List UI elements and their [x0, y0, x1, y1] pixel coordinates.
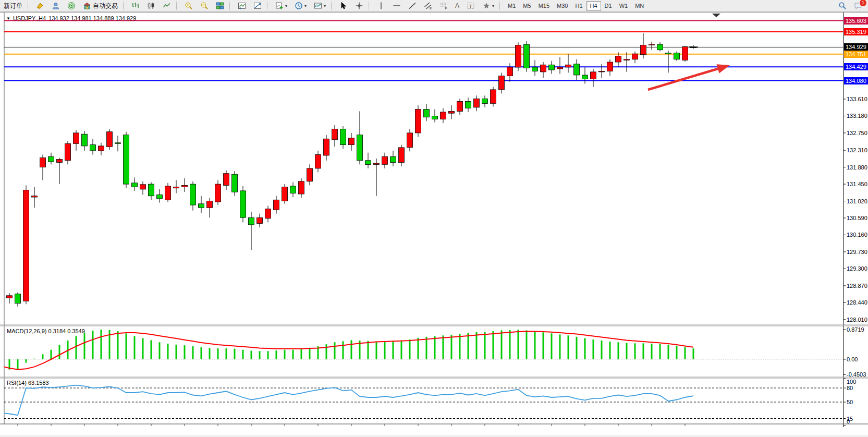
price-tick-label: 133.610	[847, 96, 867, 102]
modify-order-button[interactable]	[33, 1, 47, 11]
indicator-window-icon	[238, 2, 246, 10]
shapes-icon	[482, 2, 491, 10]
macd-axis-label: -0.4503	[847, 371, 866, 378]
search-button[interactable]	[835, 1, 850, 11]
timeframe-button-group: M1M5M15M30H1H4D1W1MN	[504, 1, 647, 11]
fibonacci-icon: F	[439, 2, 448, 10]
timeframe-button-d1[interactable]: D1	[601, 1, 616, 11]
rsi-axis-label: 100	[847, 379, 856, 385]
zoom-out-button[interactable]	[197, 1, 212, 11]
fibonacci-tool-button[interactable]: F	[436, 1, 451, 11]
chart-menu-caret-icon[interactable]: ▼	[6, 16, 10, 21]
tile-windows-button[interactable]	[213, 1, 227, 11]
price-tick-label: 130.160	[847, 232, 867, 238]
chart-title-row: ▼ USDJPY-,H4 134.932 134.981 134.889 134…	[6, 15, 136, 21]
template-button[interactable]: ▾	[311, 1, 329, 11]
timeframe-button-m1[interactable]: M1	[504, 1, 519, 11]
label-icon: T	[467, 2, 475, 10]
notification-badge: 1	[859, 0, 867, 7]
macd-axis-label: 0.00	[847, 356, 858, 362]
new-order-button[interactable]: 新订单	[1, 1, 26, 11]
candle	[124, 132, 129, 188]
chart-window[interactable]: ▼ USDJPY-,H4 134.932 134.981 134.889 134…	[0, 12, 868, 435]
toolbar-separator	[28, 2, 31, 10]
modify-order-icon	[36, 2, 44, 10]
period-clock-button[interactable]: ▾	[291, 1, 310, 11]
timeframe-button-m5[interactable]: M5	[519, 1, 534, 11]
toolbar-separator	[499, 2, 503, 10]
candle	[240, 186, 246, 222]
toolbar-separator	[331, 2, 334, 10]
rsi-axis-label: 0	[847, 418, 850, 424]
toolbar-separator	[176, 2, 179, 10]
price-level-label: 134.429	[844, 63, 868, 70]
candle-chart-button[interactable]	[144, 1, 158, 11]
tile-windows-icon	[216, 2, 224, 10]
candle	[524, 41, 530, 72]
autotrading-button[interactable]: 自动交易	[80, 1, 121, 11]
price-tick-label: 131.020	[847, 198, 867, 204]
channel-tool-button[interactable]: E	[421, 1, 435, 11]
zoom-in-button[interactable]	[181, 1, 196, 11]
timeframe-button-h4[interactable]: H4	[586, 1, 601, 11]
line-chart-button[interactable]	[160, 1, 174, 11]
vertical-line-icon	[377, 2, 385, 10]
zoom-out-icon	[200, 2, 209, 10]
indicator-window-button[interactable]	[235, 1, 249, 11]
line-chart-icon	[163, 2, 171, 10]
candle	[674, 52, 680, 61]
trendline-tool-button[interactable]	[405, 1, 420, 11]
price-tick-label: 132.750	[847, 130, 867, 136]
notifications-button[interactable]: 1	[851, 1, 865, 11]
candle	[415, 105, 421, 137]
cursor-icon	[339, 2, 348, 10]
price-tick-label: 129.300	[847, 265, 867, 272]
timeframe-button-w1[interactable]: W1	[616, 1, 632, 11]
chart-surface[interactable]	[0, 13, 868, 435]
toolbar-separator	[229, 2, 233, 10]
text-tool-button[interactable]: A	[452, 1, 462, 11]
price-tick-label: 131.450	[847, 181, 867, 187]
vertical-line-tool-button[interactable]	[374, 1, 388, 11]
shapes-tool-button[interactable]: ▾	[479, 1, 497, 11]
zoom-in-icon	[185, 2, 193, 10]
cursor-tool-button[interactable]	[336, 1, 351, 11]
timeframe-button-m30[interactable]: M30	[553, 1, 571, 11]
crosshair-tool-button[interactable]	[352, 1, 366, 11]
new-chart-button[interactable]: ▾	[272, 1, 290, 11]
svg-text:E: E	[430, 7, 432, 10]
timeframe-button-h1[interactable]: H1	[571, 1, 586, 11]
channel-icon: E	[424, 2, 432, 10]
dropdown-caret: ▾	[304, 4, 307, 8]
horizontal-line-icon	[393, 2, 401, 10]
signals-icon	[67, 2, 76, 10]
crosshair-icon	[355, 2, 363, 10]
price-level-label: 134.929	[844, 43, 868, 51]
candle	[682, 46, 688, 62]
accounts-icon	[52, 2, 60, 10]
price-level-label: 135.319	[844, 28, 868, 35]
chart-ohlc-values: 134.932 134.981 134.889 134.929	[48, 15, 136, 21]
main-toolbar: 新订单	[0, 0, 868, 12]
horizontal-line-tool-button[interactable]	[389, 1, 404, 11]
timeframe-button-mn[interactable]: MN	[631, 1, 647, 11]
price-tick-label: 132.310	[847, 147, 867, 153]
toolbar-separator	[267, 2, 270, 10]
signals-button[interactable]	[64, 1, 79, 11]
price-tick-label: 133.180	[847, 113, 867, 119]
autotrading-label: 自动交易	[93, 2, 118, 10]
label-tool-button[interactable]: T	[463, 1, 478, 11]
chart-background	[0, 13, 868, 424]
bar-chart-button[interactable]	[128, 1, 143, 11]
autotrading-icon	[83, 2, 91, 10]
price-tick-label: 128.440	[847, 299, 867, 306]
candle	[23, 185, 29, 304]
timeframe-button-m15[interactable]: M15	[535, 1, 553, 11]
objects-window-button[interactable]	[250, 1, 265, 11]
svg-text:F: F	[445, 7, 447, 10]
mt4-application-window: 新订单	[0, 0, 868, 437]
dropdown-caret: ▾	[285, 4, 287, 8]
price-tick-label: 130.590	[847, 215, 867, 221]
accounts-button[interactable]	[48, 1, 63, 11]
rsi-axis-label: 50	[847, 399, 853, 405]
